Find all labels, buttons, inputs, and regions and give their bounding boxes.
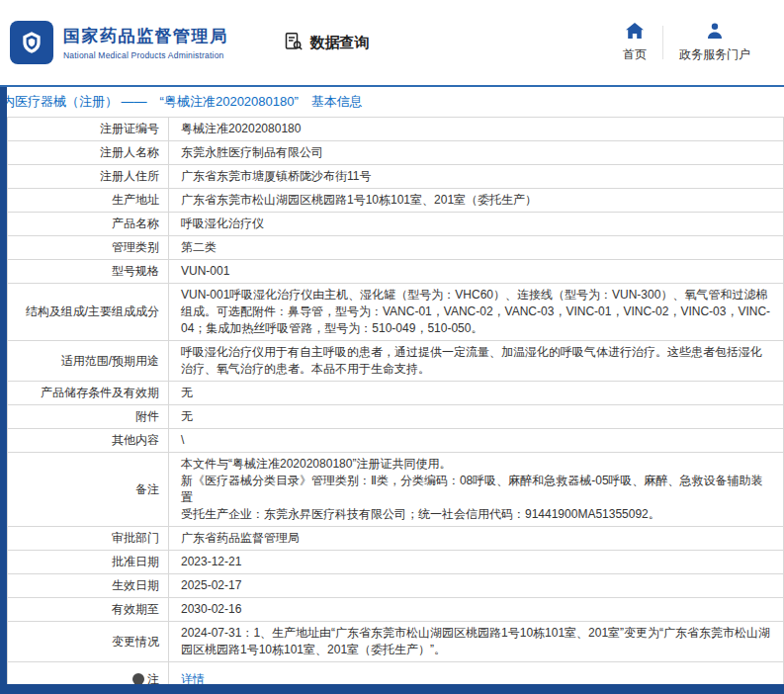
row-value: 呼吸湿化治疗仪用于有自主呼吸的患者，通过提供一定流量、加温湿化的呼吸气体进行治疗…: [169, 341, 784, 382]
row-label: 批准日期: [8, 551, 169, 574]
row-value: 呼吸湿化治疗仪: [169, 213, 784, 236]
table-row: 审批部门广东省药品监督管理局: [8, 527, 784, 551]
row-value: 2023-12-21: [169, 551, 784, 574]
row-label: 型号规格: [8, 260, 169, 284]
main-content: 注册证编号粤械注准20202080180注册人名称东莞永胜医疗制品有限公司注册人…: [0, 117, 784, 694]
row-label: 备注: [8, 453, 169, 527]
row-label: 其他内容: [8, 429, 169, 453]
table-row: 产品名称呼吸湿化治疗仪: [8, 213, 784, 236]
nav-home[interactable]: 首页: [607, 23, 662, 63]
table-row: 结构及组成/主要组成成分VUN-001呼吸湿化治疗仪由主机、湿化罐（型号为：VH…: [8, 284, 784, 341]
site-title: 国家药品监督管理局: [63, 25, 228, 47]
row-value: 广东省药品监督管理局: [169, 527, 784, 551]
row-label: 有效期至: [8, 598, 169, 622]
table-row: 备注本文件与“粤械注准20202080180”注册证共同使用。 新《医疗器械分类…: [8, 453, 784, 527]
table-row: 生产地址广东省东莞市松山湖园区桃园路1号10栋101室、201室（委托生产）: [8, 189, 784, 213]
nmpa-logo: 国家药品监督管理局 National Medical Products Admi…: [10, 21, 228, 64]
table-row: 型号规格VUN-001: [8, 260, 784, 284]
home-icon: [626, 23, 644, 42]
nav-gov-portal-label: 政务服务门户: [679, 46, 750, 63]
nav-gov-portal[interactable]: 政务服务门户: [663, 23, 766, 63]
table-row: 有效期至2030-02-16: [8, 598, 784, 622]
table-row: 注册人住所广东省东莞市塘厦镇桥陇沙布街11号: [8, 165, 784, 189]
breadcrumb: 内医疗器械（注册） —— “粤械注准20202080180” 基本信息: [0, 87, 784, 117]
table-row: 附件无: [8, 405, 784, 429]
row-label: 产品名称: [8, 213, 169, 236]
row-label: 审批部门: [8, 527, 169, 551]
row-label: 生效日期: [8, 574, 169, 598]
table-row: 生效日期2025-02-17: [8, 574, 784, 598]
person-icon: [706, 23, 724, 42]
site-header: 国家药品监督管理局 National Medical Products Admi…: [0, 0, 784, 85]
section-title-label: 数据查询: [310, 34, 370, 52]
row-value: 本文件与“粤械注准20202080180”注册证共同使用。 新《医疗器械分类目录…: [169, 453, 784, 527]
row-value: VUN-001呼吸湿化治疗仪由主机、湿化罐（型号为：VHC60）、连接线（型号为…: [169, 284, 784, 341]
row-value: 粤械注准20202080180: [169, 118, 784, 141]
row-label: 产品储存条件及有效期: [8, 382, 169, 405]
row-value: 第二类: [169, 236, 784, 260]
row-value: 广东省东莞市塘厦镇桥陇沙布街11号: [169, 165, 784, 189]
info-table: 注册证编号粤械注准20202080180注册人名称东莞永胜医疗制品有限公司注册人…: [7, 117, 784, 694]
left-edge-bar: [0, 87, 7, 694]
row-value: 东莞永胜医疗制品有限公司: [169, 141, 784, 165]
row-label: 生产地址: [8, 189, 169, 213]
row-label: 注册人住所: [8, 165, 169, 189]
section-title: 数据查询: [284, 32, 370, 54]
table-row: 变更情况2024-07-31：1、生产地址由“广东省东莞市松山湖园区桃园路1号1…: [8, 622, 784, 662]
footer-bar: [0, 684, 784, 694]
table-row: 注册证编号粤械注准20202080180: [8, 118, 784, 141]
row-value: 2024-07-31：1、生产地址由“广东省东莞市松山湖园区桃园路1号10栋10…: [169, 622, 784, 662]
row-value: \: [169, 429, 784, 453]
row-label: 管理类别: [8, 236, 169, 260]
table-row: 适用范围/预期用途呼吸湿化治疗仪用于有自主呼吸的患者，通过提供一定流量、加温湿化…: [8, 341, 784, 382]
data-query-icon: [284, 32, 304, 54]
nav-home-label: 首页: [623, 46, 647, 63]
row-value: 无: [169, 382, 784, 405]
row-label: 注册证编号: [8, 118, 169, 141]
site-subtitle: National Medical Products Administration: [63, 50, 228, 60]
table-row: 批准日期2023-12-21: [8, 551, 784, 574]
row-label: 适用范围/预期用途: [8, 341, 169, 382]
table-row: 其他内容\: [8, 429, 784, 453]
table-row: 产品储存条件及有效期无: [8, 382, 784, 405]
nmpa-logo-icon: [10, 21, 53, 64]
row-value: 广东省东莞市松山湖园区桃园路1号10栋101室、201室（委托生产）: [169, 189, 784, 213]
row-value: 2030-02-16: [169, 598, 784, 622]
table-row: 注册人名称东莞永胜医疗制品有限公司: [8, 141, 784, 165]
breadcrumb-text: 内医疗器械（注册） —— “粤械注准20202080180” 基本信息: [2, 93, 363, 111]
row-label: 注册人名称: [8, 141, 169, 165]
row-value: 无: [169, 405, 784, 429]
row-value: 2025-02-17: [169, 574, 784, 598]
page: 国家药品监督管理局 National Medical Products Admi…: [0, 0, 784, 694]
row-value: VUN-001: [169, 260, 784, 284]
row-label: 变更情况: [8, 622, 169, 662]
row-label: 结构及组成/主要组成成分: [8, 284, 169, 341]
top-nav: 首页 政务服务门户: [607, 23, 766, 63]
table-row: 管理类别第二类: [8, 236, 784, 260]
row-label: 附件: [8, 405, 169, 429]
